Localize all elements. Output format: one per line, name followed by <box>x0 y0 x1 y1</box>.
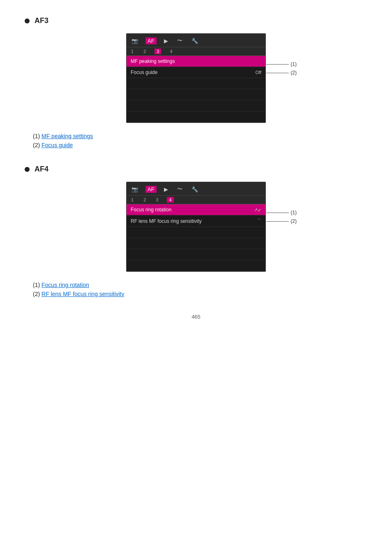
af4-item-focus-ring-rotation[interactable]: Focus ring rotation ↗↙ <box>127 204 265 215</box>
af3-item-mf-peaking[interactable]: MF peaking settings <box>127 56 265 67</box>
af4-subtab-4[interactable]: 4 <box>167 197 173 203</box>
af3-tab-play[interactable]: ▶ <box>162 37 170 45</box>
af3-subtab-1[interactable]: 1 <box>130 49 135 54</box>
af4-tab-play[interactable]: ▶ <box>162 185 170 193</box>
af4-item-rf-sensitivity-label: RF lens MF focus ring sensitivity <box>131 218 202 224</box>
af4-callout-2-num: (2) <box>291 218 297 224</box>
af4-tab-camera[interactable]: 📷 <box>130 185 140 193</box>
af4-link-1-text[interactable]: Focus ring rotation <box>42 282 89 288</box>
af3-item-focus-guide[interactable]: Focus guide Off <box>127 67 265 78</box>
af4-link-2-num: (2) <box>33 291 40 297</box>
af3-callout-1-num: (1) <box>291 61 297 67</box>
af3-link-1-num: (1) <box>33 133 40 139</box>
af4-callout-1: (1) <box>266 210 297 215</box>
af3-link-2-num: (2) <box>33 142 40 148</box>
af4-callout-container: 📷 AF ▶ 〜 🔧 1 2 3 4 Focus ring rotation ↗… <box>126 182 266 272</box>
af4-bullet <box>25 167 30 172</box>
page-number: 465 <box>25 314 367 320</box>
af4-callout-1-num: (1) <box>291 210 297 215</box>
af3-item-empty-4 <box>127 111 265 123</box>
af4-link-2-text[interactable]: RF lens MF focus ring sensitivity <box>42 291 125 297</box>
af3-tab-tools[interactable]: 🔧 <box>190 37 200 45</box>
af4-tab-af[interactable]: AF <box>145 186 157 193</box>
af4-item-empty-1 <box>127 227 265 238</box>
af4-link-1-num: (1) <box>33 282 40 288</box>
af3-link-item-1: (1) MF peaking settings <box>33 133 367 139</box>
af3-item-empty-1 <box>127 78 265 89</box>
af4-menu-wrapper: 📷 AF ▶ 〜 🔧 1 2 3 4 Focus ring rotation ↗… <box>25 182 367 272</box>
af3-tab-custom[interactable]: 〜 <box>175 36 184 45</box>
af3-bullet <box>25 19 30 23</box>
af3-link-1-text[interactable]: MF peaking settings <box>42 133 93 139</box>
af3-subtab-bar: 1 2 3 4 <box>127 47 265 56</box>
af4-tab-custom[interactable]: 〜 <box>175 185 184 194</box>
af4-subtab-bar: 1 2 3 4 <box>127 196 265 204</box>
af3-subtab-4[interactable]: 4 <box>168 49 173 54</box>
af3-item-empty-2 <box>127 89 265 100</box>
af4-link-item-2: (2) RF lens MF focus ring sensitivity <box>33 291 367 297</box>
af4-callout-2: (2) <box>266 218 297 224</box>
af3-link-item-2: (2) Focus guide <box>33 142 367 148</box>
af3-menu-wrapper: 📷 AF ▶ 〜 🔧 1 2 3 4 MF peaking settings <box>25 33 367 123</box>
af3-subtab-2[interactable]: 2 <box>142 49 147 54</box>
af3-link-2-text[interactable]: Focus guide <box>42 142 73 148</box>
af4-callout-2-line <box>266 221 289 222</box>
af4-tab-bar: 📷 AF ▶ 〜 🔧 <box>127 182 265 196</box>
af4-item-empty-4 <box>127 260 265 271</box>
af3-tab-af[interactable]: AF <box>145 37 157 44</box>
af4-subtab-1[interactable]: 1 <box>130 197 135 203</box>
af4-subtab-3[interactable]: 3 <box>154 197 159 203</box>
af4-heading: AF4 <box>35 165 48 174</box>
af3-callout-2-line <box>266 73 289 73</box>
af4-section: AF4 📷 AF ▶ 〜 🔧 1 2 3 4 <box>25 165 367 297</box>
af3-camera-menu: 📷 AF ▶ 〜 🔧 1 2 3 4 MF peaking settings <box>126 33 266 123</box>
af3-item-mf-peaking-label: MF peaking settings <box>131 58 175 64</box>
af3-callout-1-line <box>266 64 289 65</box>
af3-links-list: (1) MF peaking settings (2) Focus guide <box>33 133 367 148</box>
af3-callout-container: 📷 AF ▶ 〜 🔧 1 2 3 4 MF peaking settings <box>126 33 266 123</box>
af3-item-focus-guide-value: Off <box>256 70 261 75</box>
af4-tab-tools[interactable]: 🔧 <box>190 185 200 193</box>
af3-callout-2-num: (2) <box>291 70 297 76</box>
af4-callout-1-line <box>266 213 289 213</box>
af3-title: AF3 <box>25 16 367 25</box>
af3-subtab-3[interactable]: 3 <box>154 49 161 54</box>
af4-item-focus-ring-rotation-label: Focus ring rotation <box>131 207 171 213</box>
af4-item-empty-2 <box>127 238 265 249</box>
af4-camera-menu: 📷 AF ▶ 〜 🔧 1 2 3 4 Focus ring rotation ↗… <box>126 182 266 272</box>
af3-item-empty-3 <box>127 100 265 111</box>
af3-section: AF3 📷 AF ▶ 〜 🔧 1 2 3 4 <box>25 16 367 148</box>
af3-item-focus-guide-label: Focus guide <box>131 69 157 75</box>
af3-callout-1: (1) <box>266 61 297 67</box>
af3-heading: AF3 <box>35 16 48 25</box>
af4-link-item-1: (1) Focus ring rotation <box>33 282 367 288</box>
af4-subtab-2[interactable]: 2 <box>142 197 147 203</box>
af3-tab-bar: 📷 AF ▶ 〜 🔧 <box>127 34 265 47</box>
af3-tab-camera[interactable]: 📷 <box>130 37 140 45</box>
af4-links-list: (1) Focus ring rotation (2) RF lens MF f… <box>33 282 367 297</box>
af4-item-rf-sensitivity-icon: ⌒ <box>257 218 261 224</box>
af3-callout-2: (2) <box>266 70 297 76</box>
af4-item-rf-sensitivity[interactable]: RF lens MF focus ring sensitivity ⌒ <box>127 215 265 227</box>
af4-item-focus-ring-rotation-icon: ↗↙ <box>254 207 261 213</box>
af4-title: AF4 <box>25 165 367 174</box>
af4-item-empty-3 <box>127 249 265 260</box>
